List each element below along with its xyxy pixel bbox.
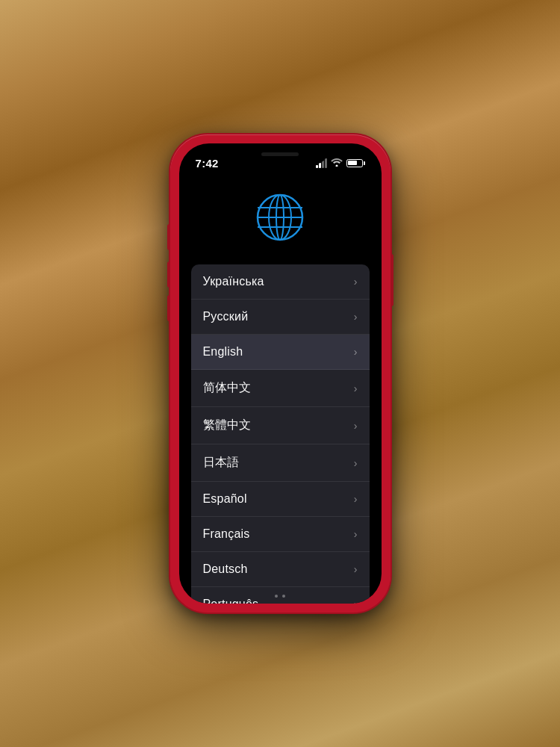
language-item-german[interactable]: Deutsch › [191, 552, 370, 587]
language-label-japanese: 日本語 [203, 455, 240, 471]
chevron-icon-german: › [354, 563, 358, 575]
language-label-simplified-chinese: 简体中文 [203, 380, 252, 396]
speaker [261, 152, 299, 156]
language-item-spanish[interactable]: Español › [191, 482, 370, 517]
language-label-portuguese: Português [203, 598, 259, 604]
language-label-ukrainian: Українська [203, 275, 264, 288]
language-item-english[interactable]: English › [191, 335, 370, 370]
phone-wrapper: 7:42 [161, 120, 399, 627]
language-label-german: Deutsch [203, 562, 248, 576]
language-item-russian[interactable]: Русский › [191, 300, 370, 335]
language-label-english: English [203, 345, 243, 359]
chevron-icon-traditional-chinese: › [354, 420, 358, 432]
phone-screen: 7:42 [179, 143, 382, 604]
chevron-icon-ukrainian: › [354, 276, 358, 288]
status-time: 7:42 [196, 157, 219, 170]
phone-body: 7:42 [170, 134, 391, 613]
chevron-icon-russian: › [354, 311, 358, 323]
battery-icon [346, 159, 365, 167]
screen-content: Українська › Русский › English › 简体中文 › [179, 176, 382, 604]
language-list: Українська › Русский › English › 简体中文 › [179, 264, 382, 604]
language-item-japanese[interactable]: 日本語 › [191, 444, 370, 482]
signal-bar-4 [325, 158, 327, 168]
home-indicator [275, 595, 285, 598]
wifi-icon [331, 157, 343, 169]
language-item-simplified-chinese[interactable]: 简体中文 › [191, 370, 370, 407]
chevron-icon-simplified-chinese: › [354, 382, 358, 394]
home-dot-1 [275, 595, 278, 598]
language-label-traditional-chinese: 繁體中文 [203, 418, 252, 433]
chevron-icon-french: › [354, 528, 358, 540]
chevron-icon-spanish: › [354, 493, 358, 505]
language-label-russian: Русский [203, 310, 249, 323]
signal-bar-1 [316, 165, 318, 168]
chevron-icon-portuguese: › [354, 598, 358, 604]
notch [231, 143, 329, 164]
language-item-traditional-chinese[interactable]: 繁體中文 › [191, 407, 370, 444]
language-label-spanish: Español [203, 492, 247, 506]
chevron-icon-japanese: › [354, 457, 358, 469]
language-item-french[interactable]: Français › [191, 517, 370, 552]
home-dot-2 [282, 595, 285, 598]
language-label-french: Français [203, 527, 250, 541]
language-item-ukrainian[interactable]: Українська › [191, 264, 370, 300]
globe-icon [254, 191, 306, 244]
battery-tip [364, 161, 365, 165]
battery-fill [348, 161, 357, 165]
chevron-icon-english: › [354, 346, 358, 358]
battery-body [346, 159, 363, 167]
